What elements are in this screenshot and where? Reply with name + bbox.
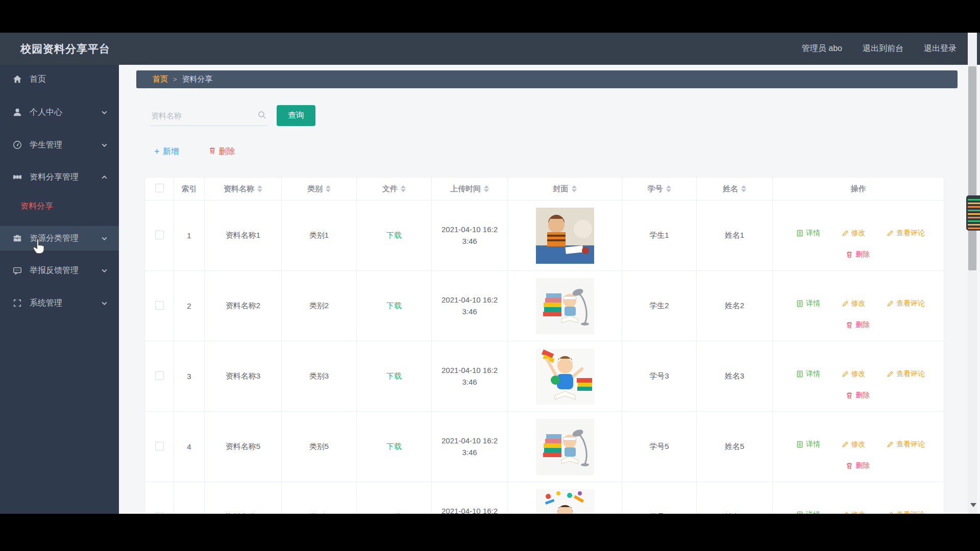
trash-icon xyxy=(846,392,853,399)
sidebar-item-resource-category-management[interactable]: 资源分类管理 xyxy=(0,226,119,251)
table-row: 5 资料名称6 类别6 下载 2021-04-10 16:23:46 xyxy=(145,482,944,514)
edit-link[interactable]: 修改 xyxy=(842,510,866,514)
select-all-checkbox[interactable] xyxy=(155,184,164,192)
delete-button-label: 删除 xyxy=(219,146,235,157)
chevron-down-icon xyxy=(101,267,108,276)
logout-link[interactable]: 退出登录 xyxy=(924,43,957,54)
download-link[interactable]: 下载 xyxy=(386,512,402,514)
row-checkbox[interactable] xyxy=(155,512,164,514)
sort-icon[interactable] xyxy=(741,185,746,192)
trash-icon xyxy=(846,462,853,469)
sort-icon[interactable] xyxy=(666,185,671,192)
cover-image xyxy=(536,348,594,405)
remove-link[interactable]: 删除 xyxy=(846,461,870,470)
pencil-icon xyxy=(887,441,894,448)
detail-link[interactable]: 详情 xyxy=(796,229,820,238)
remove-link[interactable]: 删除 xyxy=(846,250,870,259)
cell-student-id: 学号3 xyxy=(622,341,697,412)
header-operations: 操作 xyxy=(773,178,944,201)
cell-category: 类别3 xyxy=(282,341,357,412)
detail-link[interactable]: 详情 xyxy=(796,440,820,449)
cell-operations: 详情 修改 查看评论 删除 xyxy=(773,271,944,341)
detail-link[interactable]: 详情 xyxy=(796,299,820,308)
remove-link[interactable]: 删除 xyxy=(846,320,870,330)
brackets-icon xyxy=(12,298,22,308)
main-content: 首页 > 资料分享 查询 + 新增 xyxy=(119,65,980,514)
briefcase-icon xyxy=(12,233,22,243)
add-button[interactable]: + 新增 xyxy=(154,146,179,157)
view-comments-link[interactable]: 查看评论 xyxy=(887,369,925,379)
edit-link[interactable]: 修改 xyxy=(842,369,866,379)
detail-link[interactable]: 详情 xyxy=(796,510,820,514)
header-student-name[interactable]: 姓名 xyxy=(697,178,773,201)
cell-upload-time: 2021-04-10 16:23:46 xyxy=(440,224,499,247)
header-select-all[interactable] xyxy=(145,178,174,201)
row-checkbox[interactable] xyxy=(155,231,164,239)
search-input[interactable] xyxy=(150,111,249,120)
extension-widget[interactable] xyxy=(966,195,980,231)
cell-category: 类别1 xyxy=(282,201,357,271)
sidebar-item-label: 资源分类管理 xyxy=(30,233,79,244)
table-row: 3 资料名称3 类别3 下载 2021-04-10 16:23:46 xyxy=(145,341,944,412)
edit-link[interactable]: 修改 xyxy=(842,440,866,449)
sidebar-item-student-management[interactable]: 学生管理 xyxy=(0,133,119,157)
scrollbar-thumb[interactable] xyxy=(968,66,976,270)
cell-upload-time: 2021-04-10 16:23:46 xyxy=(440,294,499,317)
header-file[interactable]: 文件 xyxy=(357,178,432,201)
cell-student-name: 姓名2 xyxy=(697,271,773,341)
search-icon xyxy=(258,111,266,121)
download-link[interactable]: 下载 xyxy=(386,442,402,450)
trash-icon xyxy=(846,321,853,329)
row-checkbox[interactable] xyxy=(155,442,164,450)
sort-icon[interactable] xyxy=(572,185,577,192)
sort-icon[interactable] xyxy=(401,185,406,192)
view-comments-link[interactable]: 查看评论 xyxy=(887,229,925,238)
breadcrumb-home-link[interactable]: 首页 xyxy=(153,74,168,84)
sidebar-item-report-feedback-management[interactable]: 举报反馈管理 xyxy=(0,258,119,283)
header-student-id[interactable]: 学号 xyxy=(622,178,697,201)
trash-icon xyxy=(846,251,853,258)
delete-button[interactable]: 删除 xyxy=(209,146,235,157)
cell-index: 5 xyxy=(174,482,205,514)
sidebar-item-home[interactable]: 首页 xyxy=(0,67,119,91)
cell-student-id: 学生1 xyxy=(622,201,697,271)
row-checkbox[interactable] xyxy=(155,371,164,380)
sort-icon[interactable] xyxy=(484,185,489,192)
cell-operations: 详情 修改 查看评论 删除 xyxy=(773,341,944,412)
sidebar-item-personal-center[interactable]: 个人中心 xyxy=(0,100,119,124)
cell-upload-time: 2021-04-10 16:23:46 xyxy=(440,365,499,388)
header-cover[interactable]: 封面 xyxy=(508,178,622,201)
header-name[interactable]: 资料名称 xyxy=(205,178,282,201)
header-category[interactable]: 类别 xyxy=(282,178,357,201)
download-link[interactable]: 下载 xyxy=(386,231,402,239)
back-to-front-link[interactable]: 退出到前台 xyxy=(863,43,903,54)
sidebar-subitem-material-share-active[interactable]: 资料分享 xyxy=(0,194,119,218)
scroll-down-arrow-icon[interactable] xyxy=(970,503,976,507)
pencil-icon xyxy=(887,230,894,237)
edit-link[interactable]: 修改 xyxy=(842,299,866,308)
cell-upload-time: 2021-04-10 16:23:46 xyxy=(440,506,499,514)
sidebar-item-system-management[interactable]: 系统管理 xyxy=(0,291,119,315)
download-link[interactable]: 下载 xyxy=(386,371,402,380)
view-comments-link[interactable]: 查看评论 xyxy=(887,440,925,449)
detail-link[interactable]: 详情 xyxy=(796,369,820,379)
sort-icon[interactable] xyxy=(257,185,262,192)
view-comments-link[interactable]: 查看评论 xyxy=(887,299,925,308)
view-comments-link[interactable]: 查看评论 xyxy=(887,510,925,514)
sidebar-item-material-share-management[interactable]: 资料分享管理 xyxy=(0,165,119,189)
remove-link[interactable]: 删除 xyxy=(846,391,870,400)
header-links: 管理员 abo 退出到前台 退出登录 xyxy=(802,43,957,54)
download-link[interactable]: 下载 xyxy=(386,301,402,310)
cell-category: 类别2 xyxy=(282,271,357,341)
document-icon xyxy=(796,511,803,514)
admin-user-link[interactable]: 管理员 abo xyxy=(802,43,842,54)
query-button[interactable]: 查询 xyxy=(277,105,315,126)
header-upload-time[interactable]: 上传时间 xyxy=(432,178,508,201)
sort-icon[interactable] xyxy=(326,185,331,192)
cell-operations: 详情 修改 查看评论 删除 xyxy=(773,201,944,271)
plus-icon: + xyxy=(154,147,160,156)
screen: 校园资料分享平台 管理员 abo 退出到前台 退出登录 首页 个人中心 xyxy=(0,0,980,551)
edit-link[interactable]: 修改 xyxy=(842,229,866,238)
sidebar-item-label: 举报反馈管理 xyxy=(30,265,79,276)
row-checkbox[interactable] xyxy=(155,301,164,310)
